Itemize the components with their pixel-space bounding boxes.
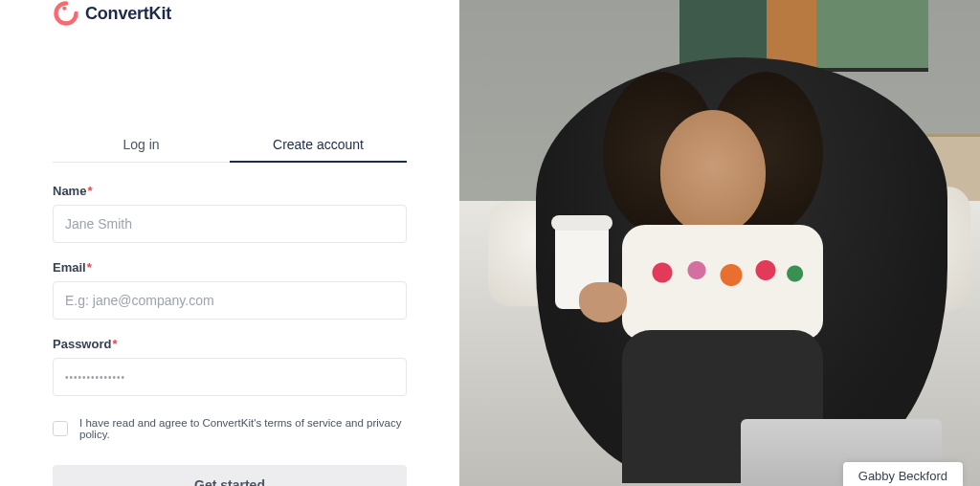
- name-input[interactable]: [53, 205, 407, 243]
- convertkit-logo-icon: [53, 0, 79, 27]
- tab-create-label: Create account: [273, 137, 364, 152]
- required-marker: *: [87, 184, 92, 198]
- hero-panel: Gabby Beckford: [459, 0, 980, 486]
- required-marker: *: [87, 260, 92, 275]
- tab-login-label: Log in: [122, 137, 159, 152]
- password-field-group: Password*: [53, 337, 407, 396]
- required-marker: *: [112, 337, 117, 351]
- terms-checkbox[interactable]: [53, 421, 68, 436]
- signup-form: Name* Email* Password* I have read and a…: [53, 184, 407, 486]
- svg-point-0: [62, 7, 66, 11]
- get-started-button[interactable]: Get started: [53, 465, 407, 486]
- get-started-label: Get started: [194, 477, 265, 486]
- terms-row: I have read and agree to ConvertKit's te…: [53, 417, 407, 440]
- name-field-group: Name*: [53, 184, 407, 243]
- tab-login[interactable]: Log in: [53, 127, 230, 162]
- auth-tabs: Log in Create account: [53, 127, 407, 163]
- brand-name: ConvertKit: [85, 4, 171, 24]
- email-field-group: Email*: [53, 260, 407, 320]
- signup-panel: ConvertKit Log in Create account Name* E…: [0, 0, 459, 486]
- name-label: Name*: [53, 184, 407, 198]
- email-input[interactable]: [53, 281, 407, 320]
- hero-illustration: [459, 0, 980, 486]
- terms-label: I have read and agree to ConvertKit's te…: [79, 417, 407, 440]
- brand-logo: ConvertKit: [53, 0, 407, 27]
- password-label: Password*: [53, 337, 407, 351]
- email-label: Email*: [53, 260, 407, 275]
- tab-create-account[interactable]: Create account: [230, 127, 407, 162]
- hero-attribution: Gabby Beckford: [843, 462, 963, 486]
- password-input[interactable]: [53, 358, 407, 396]
